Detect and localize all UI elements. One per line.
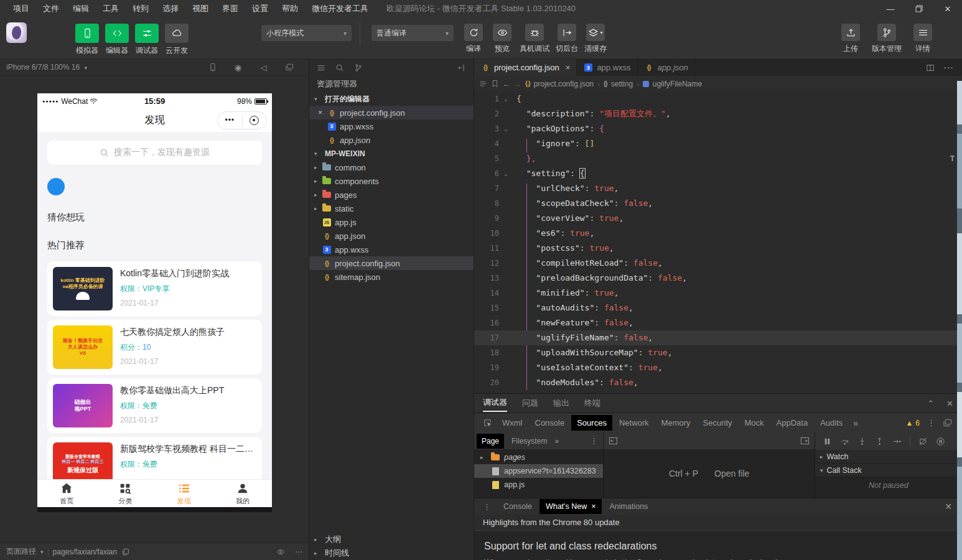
drawer-tab-What's New[interactable]: What's New× <box>539 499 602 514</box>
sources-tree-item[interactable]: ▸pages <box>474 450 603 464</box>
file-item[interactable]: {}project.config.json <box>309 256 474 270</box>
search-input[interactable]: 搜索一下，发现有趣资源 <box>47 141 262 164</box>
code-line[interactable]: 1⌄{ <box>474 91 962 106</box>
toolbar-button-编译[interactable]: 编译 <box>460 24 487 54</box>
open-editors-section[interactable]: ▾打开的编辑器 <box>309 92 474 106</box>
folder-item[interactable]: ▸pages <box>309 188 474 202</box>
pause-icon[interactable] <box>823 437 832 446</box>
code-area[interactable]: 1⌄{2 "description": "项目配置文件。",3⌄ "packOp… <box>474 91 962 393</box>
course-card[interactable]: kotlin 零基础到进阶va程序员必备的课Kotlin零基础入门到进阶实战权限… <box>47 261 262 316</box>
code-line[interactable]: 20 "nodeModules": false, <box>474 375 962 390</box>
sound-icon[interactable]: ◁ <box>259 63 268 72</box>
tab-overflow-icon[interactable]: » <box>554 437 559 446</box>
course-card[interactable]: 新版全套学车教程科目一 科目二 科目三新规保过版新版驾校学车视频教程 科目一二三… <box>47 437 262 479</box>
menu-item-微信开发者工具[interactable]: 微信开发者工具 <box>305 0 375 17</box>
devtools-tab-Mock[interactable]: Mock <box>739 415 770 431</box>
more-actions-icon[interactable]: ⋯ <box>943 62 953 73</box>
phone-tab-我的[interactable]: 我的 <box>213 480 272 507</box>
file-item[interactable]: JSapp.js <box>309 215 474 229</box>
devtools-tab-Network[interactable]: Network <box>614 415 655 431</box>
toolbar-button-编辑器[interactable]: 编辑器 <box>103 24 131 56</box>
toolbar-button-版本管理[interactable]: 版本管理 <box>872 24 901 54</box>
menu-item-文件[interactable]: 文件 <box>36 0 66 17</box>
inspect-icon[interactable] <box>479 418 495 427</box>
sources-nav-Filesystem[interactable]: Filesystem <box>507 434 552 449</box>
toolbar-button-切后台[interactable]: 切后台 <box>554 24 580 54</box>
bookmark-icon[interactable] <box>491 80 499 88</box>
menu-item-工具[interactable]: 工具 <box>96 0 126 17</box>
menu-item-设置[interactable]: 设置 <box>245 0 275 17</box>
nav-back-icon[interactable]: ← <box>503 80 510 88</box>
deactivate-breakpoints-icon[interactable] <box>918 437 928 446</box>
breadcrumb-node[interactable]: setting <box>611 80 633 88</box>
open-editor-item[interactable]: ×{}project.config.json <box>309 106 474 119</box>
more-vertical-icon[interactable]: ⋮ <box>478 502 496 511</box>
menu-item-选择[interactable]: 选择 <box>156 0 185 17</box>
toolbar-button-模拟器[interactable]: 模拟器 <box>73 24 101 56</box>
debugger-tab-问题[interactable]: 问题 <box>522 398 538 409</box>
collapse-left-icon[interactable] <box>609 436 618 446</box>
section-大纲[interactable]: ▸大纲 <box>309 533 474 546</box>
more-menu-button[interactable]: ••• <box>218 111 242 129</box>
file-item[interactable]: 3app.wxss <box>309 243 474 256</box>
watch-section[interactable]: ▸ Watch <box>815 450 962 464</box>
menu-item-项目[interactable]: 项目 <box>6 0 36 17</box>
copy-icon[interactable] <box>121 548 130 556</box>
code-line[interactable]: 2 "description": "项目配置文件。", <box>474 106 962 121</box>
fold-icon[interactable]: ⌄ <box>499 91 513 106</box>
section-时间线[interactable]: ▸时间线 <box>309 546 474 560</box>
folder-item[interactable]: ▸common <box>309 161 474 174</box>
more-vertical-icon[interactable]: ⋮ <box>927 418 935 427</box>
course-card[interactable]: 闹告！熊孩子出没大人该怎么办VS七天教你搞定烦人的熊孩子积分：102021-01… <box>47 320 262 375</box>
sources-tree-item[interactable]: app.js <box>474 478 603 492</box>
nav-forward-icon[interactable]: → <box>514 80 521 88</box>
collapse-panel-icon[interactable] <box>457 63 466 72</box>
toolbar-button-调试器[interactable]: 调试器 <box>133 24 161 56</box>
sources-tree-item[interactable]: appservice?t=1614326283 <box>474 464 603 478</box>
step-icon[interactable] <box>892 437 902 446</box>
search-icon[interactable] <box>335 63 344 72</box>
close-icon[interactable]: × <box>318 108 327 117</box>
tab-overflow-icon[interactable]: » <box>849 418 862 428</box>
devtools-tab-Security[interactable]: Security <box>698 415 738 431</box>
exit-button[interactable] <box>243 116 267 125</box>
toolbar-button-真机调试[interactable]: 真机调试 <box>518 24 551 54</box>
chevron-down-icon[interactable]: ▾ <box>40 549 44 555</box>
menu-item-视图[interactable]: 视图 <box>185 0 215 17</box>
code-line[interactable]: 6⌄ "setting": { <box>474 166 962 181</box>
compile-select[interactable]: 普通编译 ▾ <box>371 25 454 41</box>
record-icon[interactable]: ◉ <box>233 63 243 72</box>
device-frame-icon[interactable] <box>208 63 217 72</box>
devtools-tab-AppData[interactable]: AppData <box>771 415 814 431</box>
mode-select[interactable]: 小程序模式 ▾ <box>261 25 352 41</box>
open-editor-item[interactable]: {}app.json <box>309 133 474 147</box>
editor-tab-project.config.json[interactable]: {}project.config.json× <box>474 59 577 76</box>
devtools-tab-Memory[interactable]: Memory <box>656 415 696 431</box>
minimize-button[interactable]: — <box>876 0 905 17</box>
split-icon[interactable] <box>926 63 935 72</box>
toolbar-button-上传[interactable]: 上传 <box>836 24 865 54</box>
code-line[interactable]: 5 }, <box>474 151 962 166</box>
menu-item-界面[interactable]: 界面 <box>215 0 245 17</box>
git-branch-icon[interactable] <box>354 63 363 72</box>
more-options-icon[interactable]: ⋯ <box>295 548 302 556</box>
devtools-tab-Audits[interactable]: Audits <box>815 415 848 431</box>
code-line[interactable]: 11 "postcss": true, <box>474 241 962 256</box>
devtools-tab-Console[interactable]: Console <box>530 415 571 431</box>
code-line[interactable]: 15 "autoAudits": false, <box>474 301 962 315</box>
code-line[interactable]: 16 "newFeature": false, <box>474 315 962 330</box>
code-line[interactable]: 7 "urlCheck": true, <box>474 181 962 196</box>
toolbar-button-云开发[interactable]: 云开发 <box>162 24 191 56</box>
code-line[interactable]: 9 "coverView": true, <box>474 211 962 226</box>
phone-tab-首页[interactable]: 首页 <box>37 480 96 507</box>
avatar-dot[interactable] <box>47 178 65 195</box>
code-line[interactable]: 18 "uploadWithSourceMap": true, <box>474 345 962 360</box>
close-icon[interactable]: ✕ <box>945 502 958 511</box>
open-file-label[interactable]: Open file <box>714 469 749 478</box>
drawer-tab-Console[interactable]: Console <box>497 499 538 514</box>
menu-item-帮助[interactable]: 帮助 <box>275 0 305 17</box>
phone-tab-分类[interactable]: 分类 <box>96 480 154 507</box>
debugger-tab-调试器[interactable]: 调试器 <box>483 394 507 412</box>
code-line[interactable]: 3⌄ "packOptions": { <box>474 121 962 136</box>
toolbar-button-详情[interactable]: 详情 <box>908 24 937 54</box>
